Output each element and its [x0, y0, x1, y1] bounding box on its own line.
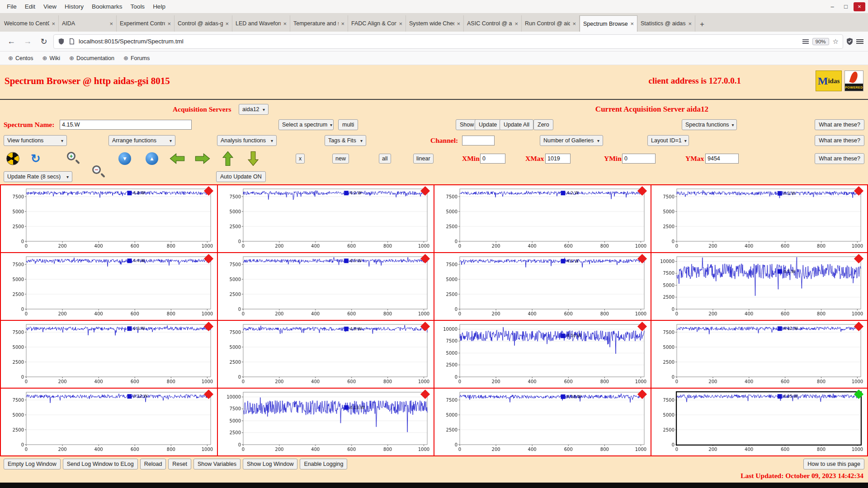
acquisition-server-select[interactable]: aida12 ▾ [239, 104, 269, 115]
arrange-functions-dropdown[interactable]: Arrange functions ▾ [108, 135, 175, 146]
ymax-input[interactable] [705, 154, 739, 164]
all-button[interactable]: all [379, 154, 391, 164]
spectrum-plot-canvas[interactable] [1, 389, 217, 455]
spectrum-plot-canvas[interactable] [434, 253, 651, 320]
tab-experiment-control[interactable]: Experiment Control × [117, 15, 175, 32]
spectrum-plot-4-11-w[interactable] [651, 320, 868, 388]
tab-close-icon[interactable]: × [688, 20, 692, 27]
new-button[interactable]: new [332, 154, 349, 164]
tab-close-icon[interactable]: × [572, 20, 576, 27]
spectrum-plot-4-10-w[interactable] [434, 320, 651, 388]
how-to-use-button[interactable]: How to use this page [803, 459, 864, 469]
tab-close-icon[interactable]: × [399, 20, 402, 27]
tab-run-control-aid[interactable]: Run Control @ aid × [522, 15, 580, 32]
forward-icon[interactable]: → [21, 35, 34, 48]
spectrum-plot-canvas[interactable] [218, 321, 434, 388]
shift-down-icon[interactable] [248, 151, 259, 166]
spectrum-plot-4-13-w[interactable] [217, 388, 434, 456]
what-are-these-button-2[interactable]: What are these? [815, 135, 864, 146]
menu-file[interactable]: File [3, 1, 21, 12]
empty-log-window-button[interactable]: Empty Log Window [4, 459, 61, 469]
tab-close-icon[interactable]: × [341, 20, 344, 27]
auto-update-button[interactable]: Auto Update ON [216, 171, 266, 182]
page-icon[interactable] [68, 38, 75, 45]
minimize-button[interactable]: – [826, 2, 838, 11]
tab-aida[interactable]: AIDA × [59, 15, 117, 32]
select-a-spectrum-dropdown[interactable]: Select a spectrum ▾ [278, 119, 334, 130]
tags-fits-dropdown[interactable]: Tags & Fits ▾ [325, 135, 366, 146]
tab-close-icon[interactable]: × [52, 20, 55, 27]
spectrum-plot-4-8-w[interactable] [0, 320, 217, 388]
spectrum-plot-canvas[interactable] [434, 185, 651, 252]
tab-close-icon[interactable]: × [514, 20, 518, 27]
new-tab-button[interactable]: + [695, 17, 709, 32]
spectrum-plot-canvas[interactable] [218, 185, 434, 252]
tab-control-aidas-gs[interactable]: Control @ aidas-gs × [175, 15, 232, 32]
close-button[interactable]: × [854, 2, 865, 11]
refresh-icon[interactable]: ↻ [31, 153, 41, 164]
spectrum-plot-canvas[interactable] [1, 321, 217, 388]
spectrum-name-input[interactable] [60, 120, 192, 130]
spectrum-plot-canvas[interactable] [651, 253, 868, 320]
maximize-button[interactable]: □ [840, 2, 852, 11]
channel-input[interactable] [462, 136, 495, 145]
spectrum-plot-canvas[interactable] [1, 253, 217, 320]
shift-left-icon[interactable] [169, 153, 185, 164]
analysis-functions-dropdown[interactable]: Analysis functions ▾ [217, 135, 277, 146]
spectrum-plot-4-12-w[interactable] [0, 388, 217, 456]
reset-button[interactable]: Reset [168, 459, 191, 469]
spectrum-plot-4-4-w[interactable] [0, 253, 217, 320]
bookmark-star-icon[interactable]: ☆ [833, 38, 839, 46]
xmin-input[interactable] [480, 154, 505, 164]
menu-history[interactable]: History [61, 1, 88, 12]
tab-temperature-and-s[interactable]: Temperature and s × [290, 15, 348, 32]
view-functions-dropdown[interactable]: View functions ▾ [4, 135, 67, 146]
show-log-window-button[interactable]: Show Log Window [243, 459, 298, 469]
spectrum-plot-canvas[interactable] [1, 185, 217, 252]
ymin-input[interactable] [622, 154, 656, 164]
radiation-icon[interactable] [6, 152, 19, 165]
spectrum-plot-canvas[interactable] [218, 389, 434, 455]
spectrum-plot-canvas[interactable] [434, 321, 651, 388]
spectrum-plot-4-2-w[interactable] [434, 185, 651, 253]
tab-close-icon[interactable]: × [167, 20, 171, 27]
spectrum-plot-canvas[interactable] [434, 389, 651, 455]
tab-close-icon[interactable]: × [630, 20, 634, 27]
spectrum-plot-4-15-w[interactable] [651, 388, 868, 456]
spectrum-plot-4-7-w[interactable] [651, 253, 868, 320]
number-of-galleries-dropdown[interactable]: Number of Galleries ▾ [540, 135, 603, 146]
update-all-button[interactable]: Update All [500, 119, 533, 130]
tab-close-icon[interactable]: × [283, 20, 287, 27]
shift-up-icon[interactable] [222, 151, 233, 166]
layout-id-dropdown[interactable]: Layout ID=1 ▾ [647, 135, 689, 146]
linear-button[interactable]: linear [413, 154, 434, 164]
shield-check-icon[interactable] [846, 38, 854, 45]
tab-close-icon[interactable]: × [225, 20, 229, 27]
tab-close-icon[interactable]: × [109, 20, 113, 27]
bookmark-wiki[interactable]: ⊕ Wiki [39, 53, 64, 63]
update-rate-dropdown[interactable]: Update Rate (8 secs) ▾ [4, 171, 72, 182]
spectrum-plot-4-6-w[interactable] [434, 253, 651, 320]
spectra-functions-dropdown[interactable]: Spectra functions ▾ [682, 119, 737, 130]
url-bar[interactable]: localhost:8015/Spectrum/Spectrum.tml 90%… [53, 34, 843, 49]
spectrum-plot-canvas[interactable] [651, 321, 868, 388]
update-button[interactable]: Update [475, 119, 501, 130]
bookmark-centos[interactable]: ⊕ Centos [5, 53, 37, 63]
menu-view[interactable]: View [39, 1, 61, 12]
menu-tools[interactable]: Tools [127, 1, 149, 12]
xmax-input[interactable] [545, 154, 571, 164]
spectrum-plot-4-9-w[interactable] [217, 320, 434, 388]
menu-bookmarks[interactable]: Bookmarks [88, 1, 127, 12]
send-log-window-to-elog-button[interactable]: Send Log Window to ELog [63, 459, 138, 469]
tab-spectrum-browser[interactable]: Spectrum Browser × [580, 15, 637, 32]
back-icon[interactable]: ← [5, 35, 18, 48]
what-are-these-button-1[interactable]: What are these? [815, 119, 864, 130]
tab-system-wide-check[interactable]: System wide Check × [406, 15, 464, 32]
spectrum-plot-4-3-w[interactable] [651, 185, 868, 253]
reload-button[interactable]: Reload [140, 459, 166, 469]
compress-y-icon[interactable]: ▼ [118, 152, 131, 165]
bookmark-documentation[interactable]: ⊕ Documentation [66, 53, 118, 63]
menu-edit[interactable]: Edit [21, 1, 39, 12]
spectrum-plot-canvas[interactable] [651, 389, 868, 455]
url-text[interactable]: localhost:8015/Spectrum/Spectrum.tml [79, 38, 799, 45]
